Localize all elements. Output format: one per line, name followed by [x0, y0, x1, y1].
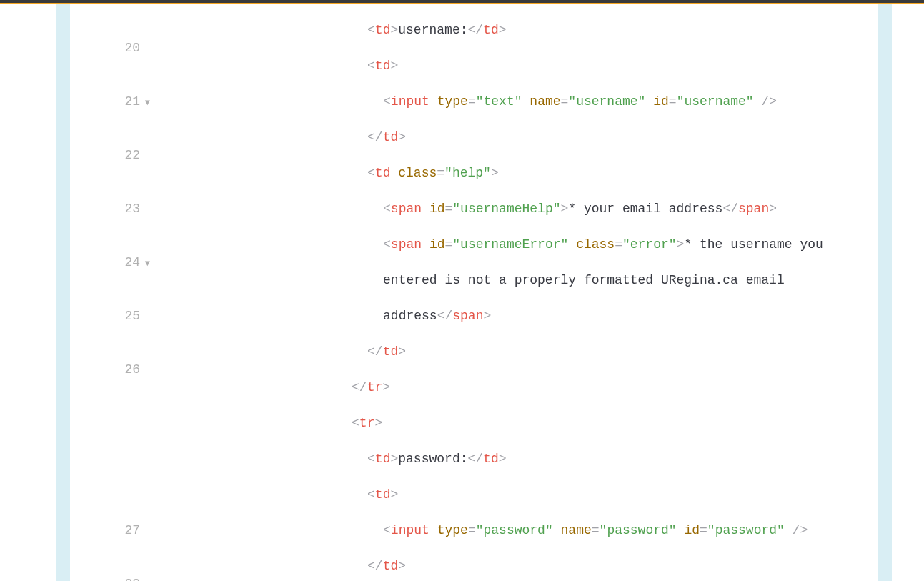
code-outer-frame: 20 21▼ 22 23 24▼ 25 26 27 28 29▼ 30 31▼ … — [56, 4, 892, 581]
code-content[interactable]: <td>username:</td> <td> <input type="tex… — [163, 4, 878, 581]
fold-triangle-icon[interactable]: ▼ — [140, 255, 150, 273]
line-number: 25 — [73, 307, 150, 325]
code-line: <tr> — [163, 414, 878, 432]
line-number: 23 — [73, 200, 150, 218]
fold-triangle-icon[interactable]: ▼ — [140, 94, 150, 112]
code-line: <span id="usernameHelp">* your email add… — [163, 200, 878, 218]
code-line: <td> — [163, 57, 878, 75]
code-line: <input type="password" name="password" i… — [163, 522, 878, 540]
code-line: <input type="text" name="username" id="u… — [163, 93, 878, 111]
line-number: 22 — [73, 147, 150, 164]
code-line: <td> — [163, 486, 878, 504]
line-number: 24▼ — [73, 254, 150, 272]
code-line: </td> — [163, 343, 878, 361]
code-editor[interactable]: 20 21▼ 22 23 24▼ 25 26 27 28 29▼ 30 31▼ … — [70, 4, 878, 581]
code-line: address</span> — [163, 307, 878, 325]
code-line: </td> — [163, 129, 878, 147]
code-line: <span id="usernameError" class="error">*… — [163, 236, 878, 254]
line-number: 26 — [73, 361, 150, 379]
line-number-gutter: 20 21▼ 22 23 24▼ 25 26 27 28 29▼ 30 31▼ … — [70, 4, 163, 581]
code-line: <td class="help"> — [163, 164, 878, 182]
line-number: 21▼ — [73, 93, 150, 111]
code-line: entered is not a properly formatted UReg… — [163, 272, 878, 289]
code-line: </tr> — [163, 379, 878, 397]
code-inner-frame: 20 21▼ 22 23 24▼ 25 26 27 28 29▼ 30 31▼ … — [70, 4, 878, 581]
code-line: <td>password:</td> — [163, 450, 878, 468]
code-line: </td> — [163, 557, 878, 575]
line-number: 20 — [73, 39, 150, 57]
line-number: 27 — [73, 522, 150, 540]
code-line: <td>username:</td> — [163, 21, 878, 39]
line-number: 28 — [73, 575, 150, 581]
